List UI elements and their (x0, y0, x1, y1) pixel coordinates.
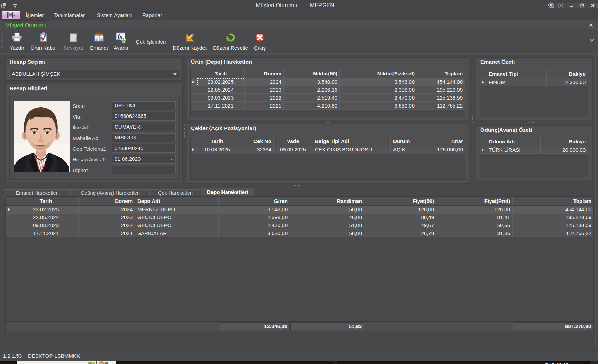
menu-item-islemler[interactable]: İşlemler (26, 10, 44, 20)
table-cell[interactable]: 3.630,00 (219, 230, 290, 237)
print-button[interactable]: Yazdır (7, 31, 27, 52)
column-header[interactable]: Miktar(50) (284, 69, 340, 78)
table-cell[interactable]: 2.398,00 (219, 214, 290, 221)
column-header[interactable]: Miktar(Fiziksel) (340, 69, 417, 78)
table-row[interactable]: 22.05.20242023GEÇİCİ DEPO2.398,0046,0088… (6, 214, 593, 222)
table-cell[interactable]: 88,49 (364, 214, 436, 221)
menu-item-tanimlamalar[interactable]: Tanımlamalar (54, 10, 85, 20)
column-header[interactable]: Fiyat(50) (364, 197, 436, 205)
column-header[interactable]: Emanet Tipi (486, 69, 547, 78)
table-cell[interactable]: 49,67 (364, 222, 436, 229)
splitter-grip[interactable] (184, 125, 185, 139)
table-cell[interactable]: 58,00 (290, 230, 364, 237)
menu-item-sistem-ayarlari[interactable]: Sistem Ayarları (97, 10, 132, 20)
table-cell[interactable]: 2.398,00 (340, 86, 417, 94)
cekler-grid[interactable]: TarihCek NoVadeBelge Tipi AdiDurumTutar1… (190, 137, 465, 180)
table-row[interactable]: 23.02.202520243.548,003.548,00454.144,00 (191, 78, 465, 86)
column-header[interactable]: Depo Adi (135, 197, 219, 205)
table-row[interactable]: 22.05.202420232.206,162.398,00195.223,09 (191, 86, 465, 94)
table-cell[interactable]: 81,41 (436, 214, 513, 221)
minimize-button[interactable] (567, 3, 576, 8)
column-header[interactable]: Fiyat(Rnd) (436, 197, 513, 205)
table-row[interactable]: 09.03.202320222.519,402.470,00125.138,59 (191, 94, 465, 102)
table-cell[interactable]: 50,66 (436, 222, 513, 229)
tab-cek-hareketleri[interactable]: Çek Hareketleri (150, 189, 201, 197)
toolbar-overflow-icon[interactable] (589, 39, 594, 42)
table-cell[interactable]: 112.765,22 (513, 230, 594, 237)
field-statu[interactable]: ÜRETİCİ (112, 101, 176, 110)
table-cell[interactable]: 2024 (245, 78, 284, 86)
tab-odunc-avans-hareketleri[interactable]: Ödünç (Avans) Hareketleri (71, 189, 150, 197)
table-cell[interactable]: 2022 (245, 94, 284, 102)
table-cell[interactable]: 195.223,09 (513, 214, 594, 221)
tab-close-icon[interactable] (589, 22, 594, 27)
exit-button[interactable]: Çıkış (252, 31, 268, 52)
column-header[interactable]: Tarih (197, 69, 245, 78)
table-cell[interactable]: 2023 (79, 214, 135, 221)
table-row[interactable]: 17.11.202120214.210,803.630,00112.765,22 (191, 102, 465, 110)
emanet-ozeti-grid[interactable]: Emanet TipiBakiyeFINDIK2.300,00 (480, 69, 588, 117)
field-cep-telefonu[interactable]: 5233040245 (112, 144, 176, 153)
table-cell[interactable]: 17.11.2021 (13, 230, 79, 237)
lock-screen-icon[interactable] (548, 2, 554, 9)
column-header[interactable]: Bakiye (541, 137, 588, 146)
column-header[interactable]: Vade (274, 137, 312, 146)
table-cell[interactable]: 09.03.2023 (197, 94, 245, 102)
table-cell[interactable]: 2.470,00 (219, 222, 290, 229)
table-cell[interactable]: 3.548,00 (219, 206, 290, 213)
table-cell[interactable]: 2021 (79, 230, 135, 237)
column-header[interactable]: Durum (391, 137, 418, 146)
table-cell[interactable]: 454.144,00 (513, 206, 594, 213)
column-header[interactable]: Bakiye (547, 69, 588, 78)
table-cell[interactable]: 10.08.2025 (197, 146, 237, 153)
table-cell[interactable]: 125.138,59 (417, 94, 465, 102)
table-cell[interactable]: 2.206,16 (284, 86, 340, 94)
field-mahalle-adi[interactable]: MISIRLIK (112, 133, 176, 142)
table-cell[interactable]: 2022 (79, 222, 135, 229)
tab-emanet-hareketleri[interactable]: Emanet Hareketleri (4, 189, 71, 197)
application-menu-button[interactable] (2, 11, 20, 19)
column-header[interactable]: Cek No (237, 137, 274, 146)
table-cell[interactable]: 26,78 (364, 230, 436, 237)
column-header[interactable]: Toplam (417, 69, 465, 78)
table-cell[interactable]: 2.470,00 (340, 94, 417, 102)
save-layout-button[interactable]: Düzeni Kaydet (172, 31, 207, 52)
table-cell[interactable]: AÇIK (391, 146, 418, 153)
table-cell[interactable]: 454.144,00 (417, 78, 465, 86)
table-cell[interactable]: 3.630,00 (340, 102, 417, 110)
emanet-button[interactable]: Emanet (87, 31, 111, 52)
table-cell[interactable]: ÇEK ÇIKIŞ BORDROSU (312, 146, 391, 153)
table-cell[interactable]: SARICALAR (135, 230, 219, 237)
menu-item-raporlar[interactable]: Raporlar (142, 10, 162, 20)
product-accept-button[interactable]: Ürün Kabul (29, 31, 58, 52)
avans-button[interactable]: fx Avans (111, 31, 130, 52)
table-row[interactable]: 10.08.20253233409.09.2025ÇEK ÇIKIŞ BORDR… (191, 146, 465, 154)
column-header[interactable]: Randiman (290, 197, 364, 205)
depo-hareketleri-grid[interactable]: TarihDonemDepo AdiGirenRandimanFiyat(50)… (5, 196, 594, 332)
table-cell[interactable]: MERKEZ DEPO (135, 206, 219, 213)
toolbar-drag-grip[interactable] (1, 33, 3, 50)
tab-depo-hareketleri[interactable]: Depo Hareketleri (201, 188, 254, 197)
reset-layout-button[interactable]: Düzeni Resetle (212, 31, 248, 52)
table-cell[interactable]: 23.02.2025 (197, 78, 245, 86)
urun-depo-grid[interactable]: TarihDonemMiktar(50)Miktar(Fiziksel)Topl… (190, 69, 465, 117)
cek-islemleri-button[interactable]: Çek İşlemleri (135, 31, 167, 52)
restore-button[interactable] (577, 3, 587, 8)
fullscreen-button[interactable] (556, 3, 565, 8)
table-cell[interactable]: 17.11.2021 (197, 102, 245, 110)
table-row[interactable]: 09.03.20232022GEÇİCİ DEPO2.470,0051,0049… (6, 222, 593, 230)
table-cell[interactable]: 2.519,40 (284, 94, 340, 102)
table-cell[interactable]: 23.02.2025 (13, 206, 79, 213)
table-cell[interactable]: 32334 (237, 146, 274, 153)
table-cell[interactable]: FINDIK (486, 78, 547, 86)
table-cell[interactable]: 09.03.2023 (13, 222, 79, 229)
table-cell[interactable]: 3.548,00 (340, 78, 417, 86)
table-cell[interactable]: TÜRK LİRASI (486, 146, 541, 154)
field-hesap-acilis[interactable]: 01.06.2020 (112, 155, 176, 164)
table-cell[interactable]: GEÇİCİ DEPO (135, 214, 219, 221)
table-cell[interactable]: 3.548,00 (284, 78, 340, 86)
table-row[interactable]: TÜRK LİRASI20.000,00 (480, 146, 588, 154)
table-cell[interactable]: 31,06 (436, 230, 513, 237)
table-cell[interactable]: 4.210,80 (284, 102, 340, 110)
field-ilce-adi[interactable]: CUMAYERİ (112, 123, 176, 131)
